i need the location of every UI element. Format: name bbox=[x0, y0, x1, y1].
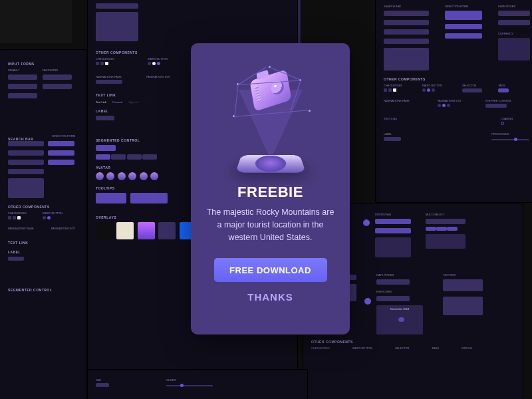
selector[interactable] bbox=[462, 88, 482, 92]
slider[interactable] bbox=[491, 139, 529, 140]
tag[interactable] bbox=[96, 383, 109, 387]
radio[interactable] bbox=[432, 88, 435, 92]
segment[interactable] bbox=[111, 154, 126, 160]
section-heading: SEGMENTED CONTROL bbox=[8, 288, 78, 292]
radio[interactable] bbox=[152, 62, 156, 65]
search-input[interactable] bbox=[8, 160, 44, 165]
label-pagination: PAGINATIONS PAGE bbox=[8, 227, 34, 230]
tag[interactable] bbox=[498, 88, 509, 92]
search-input[interactable] bbox=[384, 29, 429, 35]
pagination[interactable] bbox=[96, 80, 122, 84]
swatch[interactable] bbox=[158, 222, 176, 239]
currency-pad[interactable] bbox=[498, 38, 530, 61]
checkbox[interactable] bbox=[384, 88, 387, 92]
checkbox[interactable] bbox=[388, 88, 392, 92]
input-default-1[interactable] bbox=[8, 74, 37, 80]
label-pagination: PAGINATIONS PAGE bbox=[384, 99, 410, 102]
label-chip bbox=[8, 257, 24, 261]
direction-input[interactable] bbox=[48, 141, 74, 146]
floating-badge bbox=[363, 217, 371, 229]
swatch[interactable] bbox=[138, 222, 155, 239]
label-tag: TAG bbox=[96, 378, 109, 382]
segmented-primary[interactable] bbox=[96, 145, 116, 151]
search-input[interactable] bbox=[96, 3, 138, 9]
avatar[interactable] bbox=[96, 172, 104, 180]
avatar[interactable] bbox=[140, 172, 148, 180]
direction-input[interactable] bbox=[445, 24, 482, 29]
text-link-pressed[interactable]: Pressed bbox=[112, 100, 122, 104]
dropdown[interactable] bbox=[375, 219, 411, 224]
multiselect[interactable] bbox=[426, 219, 466, 224]
direction-input[interactable] bbox=[48, 150, 74, 156]
direction-input[interactable] bbox=[445, 33, 482, 39]
checkbox-checked[interactable] bbox=[393, 88, 396, 92]
page-dot[interactable] bbox=[438, 104, 441, 107]
label-slider: SLIDER bbox=[166, 378, 213, 382]
input-default-3[interactable] bbox=[8, 93, 37, 98]
tooltip bbox=[96, 193, 126, 203]
ms-tag[interactable] bbox=[426, 227, 436, 231]
checkbox-checked[interactable] bbox=[17, 216, 21, 219]
search-input[interactable] bbox=[8, 141, 44, 146]
segment[interactable] bbox=[142, 154, 157, 160]
date-input[interactable] bbox=[376, 279, 410, 285]
stepper[interactable] bbox=[485, 104, 507, 108]
avatar[interactable] bbox=[128, 172, 136, 180]
avatar[interactable] bbox=[150, 172, 158, 180]
page-dot[interactable] bbox=[442, 104, 446, 107]
label-default: DEFAULT bbox=[8, 68, 39, 72]
slider[interactable] bbox=[166, 385, 213, 386]
textbox[interactable] bbox=[443, 297, 483, 315]
search-input[interactable] bbox=[8, 169, 44, 174]
page-dot[interactable] bbox=[447, 104, 450, 107]
swatch[interactable] bbox=[96, 222, 113, 239]
search-result-list[interactable] bbox=[8, 178, 44, 198]
textbox[interactable] bbox=[443, 279, 483, 291]
checkbox[interactable] bbox=[13, 216, 16, 219]
checkbox[interactable] bbox=[100, 62, 104, 65]
input-password-1[interactable] bbox=[43, 74, 72, 80]
label-textbox: TEXT BOX bbox=[443, 273, 483, 277]
label-radio: RADIO BUTTON bbox=[43, 211, 63, 215]
checkbox[interactable] bbox=[8, 216, 11, 219]
dropdown[interactable] bbox=[375, 228, 411, 233]
calendar[interactable]: November 2018 bbox=[376, 305, 423, 334]
direction-input[interactable] bbox=[48, 160, 74, 165]
swatch[interactable] bbox=[116, 222, 134, 239]
radio[interactable] bbox=[148, 62, 151, 65]
date-input[interactable] bbox=[498, 11, 530, 16]
ms-tag[interactable] bbox=[447, 227, 458, 231]
multiselect-list[interactable] bbox=[426, 234, 466, 249]
segment[interactable] bbox=[96, 154, 110, 160]
segment[interactable] bbox=[127, 154, 142, 160]
search-input[interactable] bbox=[384, 39, 429, 44]
search-input[interactable] bbox=[8, 150, 44, 156]
input-password-2[interactable] bbox=[43, 84, 72, 89]
radio-selected[interactable] bbox=[157, 62, 160, 65]
free-download-button[interactable]: FREE DOWNLOAD bbox=[214, 258, 327, 282]
avatar[interactable] bbox=[106, 172, 114, 180]
date-input[interactable] bbox=[376, 296, 410, 301]
ms-tag[interactable] bbox=[436, 227, 447, 231]
search-input[interactable] bbox=[384, 11, 429, 16]
checkbox-checked[interactable] bbox=[105, 62, 108, 65]
radio-selected[interactable] bbox=[427, 88, 430, 92]
dropdown-list[interactable] bbox=[96, 12, 138, 41]
thanks-link[interactable]: THANKS bbox=[247, 291, 293, 303]
checkbox[interactable] bbox=[96, 62, 99, 65]
input-default-2[interactable] bbox=[8, 84, 37, 89]
radio[interactable] bbox=[422, 88, 426, 92]
direction-input[interactable] bbox=[445, 11, 482, 20]
search-input[interactable] bbox=[384, 20, 429, 25]
avatar[interactable] bbox=[118, 172, 126, 180]
date-input[interactable] bbox=[498, 20, 530, 25]
label-pagination-dot: PAGINATIONS DOT bbox=[146, 75, 170, 78]
text-link-signout[interactable]: Sign out bbox=[128, 100, 138, 104]
label-checkboxes: CHECKBOXES bbox=[311, 346, 330, 350]
label-tags: TAGS bbox=[432, 346, 439, 350]
dropdown-list[interactable] bbox=[375, 237, 411, 257]
search-dropdown-list[interactable] bbox=[384, 48, 429, 70]
text-link[interactable]: Text Link bbox=[96, 100, 106, 104]
radio[interactable] bbox=[43, 216, 46, 219]
radio-selected[interactable] bbox=[47, 216, 51, 219]
